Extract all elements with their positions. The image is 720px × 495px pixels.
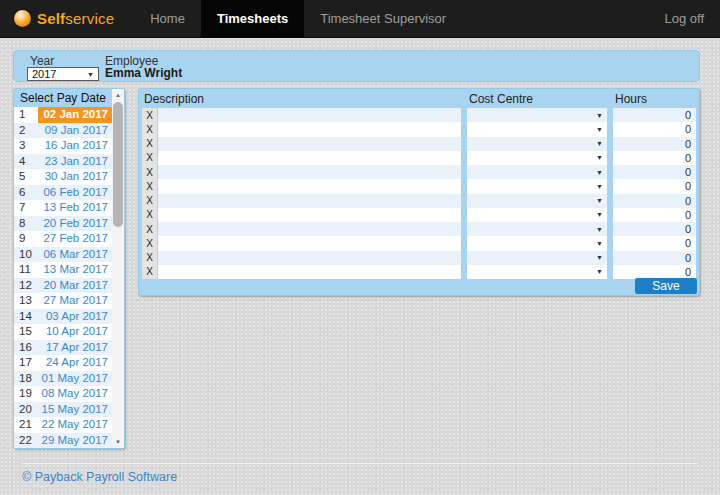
pay-date-link[interactable]: 08 May 2017 <box>38 386 112 402</box>
cost-centre-select[interactable]: ▼ <box>467 265 607 279</box>
footer-copyright: © Payback Payroll Software <box>22 470 177 484</box>
pay-date-link[interactable]: 20 Mar 2017 <box>38 278 112 294</box>
pay-date-link[interactable]: 02 Jan 2017 <box>38 107 112 123</box>
chevron-down-icon: ▼ <box>596 112 603 119</box>
delete-row-button[interactable]: X <box>142 122 157 136</box>
description-input[interactable] <box>158 137 461 151</box>
pay-date-link[interactable]: 23 Jan 2017 <box>38 154 112 170</box>
hours-input[interactable] <box>613 208 696 222</box>
pay-date-row: 1113 Mar 2017 <box>14 262 112 278</box>
delete-row-button[interactable]: X <box>142 108 157 122</box>
brand-link[interactable]: Selfservice <box>0 0 134 37</box>
delete-row-button[interactable]: X <box>142 165 157 179</box>
cost-centre-select[interactable]: ▼ <box>467 179 607 193</box>
delete-row-button[interactable]: X <box>142 137 157 151</box>
chevron-down-icon: ▼ <box>596 268 603 275</box>
hours-input[interactable] <box>613 179 696 193</box>
hours-input[interactable] <box>613 108 696 122</box>
description-column-header: Description <box>144 92 204 106</box>
description-input[interactable] <box>158 151 461 165</box>
description-input[interactable] <box>158 251 461 265</box>
delete-row-button[interactable]: X <box>142 208 157 222</box>
cost-centre-select[interactable]: ▼ <box>467 151 607 165</box>
cost-centre-select[interactable]: ▼ <box>467 208 607 222</box>
save-button[interactable]: Save <box>635 278 697 294</box>
pay-date-link[interactable]: 06 Feb 2017 <box>38 185 112 201</box>
hours-input[interactable] <box>613 165 696 179</box>
delete-row-button[interactable]: X <box>142 236 157 250</box>
hours-input[interactable] <box>613 194 696 208</box>
hours-input[interactable] <box>613 222 696 236</box>
description-input[interactable] <box>158 165 461 179</box>
scroll-up-icon[interactable]: ▲ <box>112 89 124 101</box>
description-input[interactable] <box>158 108 461 122</box>
pay-date-link[interactable]: 13 Feb 2017 <box>38 200 112 216</box>
cost-centre-select[interactable]: ▼ <box>467 122 607 136</box>
delete-row-button[interactable]: X <box>142 265 157 279</box>
pay-date-link[interactable]: 15 May 2017 <box>38 402 112 418</box>
hours-input[interactable] <box>613 265 696 279</box>
brand-title-bold: Self <box>37 10 65 27</box>
hours-input[interactable] <box>613 236 696 250</box>
hours-input[interactable] <box>613 151 696 165</box>
scroll-down-icon[interactable]: ▼ <box>112 436 124 448</box>
nav-item-timesheet-supervisor[interactable]: Timesheet Supervisor <box>304 0 462 37</box>
description-input[interactable] <box>158 179 461 193</box>
cost-centre-select[interactable]: ▼ <box>467 251 607 265</box>
pay-date-number: 16 <box>14 340 38 356</box>
pay-date-link[interactable]: 06 Mar 2017 <box>38 247 112 263</box>
pay-date-number: 7 <box>14 200 38 216</box>
pay-date-link[interactable]: 03 Apr 2017 <box>38 309 112 325</box>
delete-row-button[interactable]: X <box>142 222 157 236</box>
delete-row-button[interactable]: X <box>142 251 157 265</box>
cost-centre-select[interactable]: ▼ <box>467 194 607 208</box>
cost-centre-select[interactable]: ▼ <box>467 108 607 122</box>
pay-date-number: 21 <box>14 417 38 433</box>
hours-input[interactable] <box>613 122 696 136</box>
timesheet-row: X▼ <box>139 194 699 208</box>
year-select[interactable]: 2017 ▼ <box>27 67 99 81</box>
pay-date-link[interactable]: 27 Mar 2017 <box>38 293 112 309</box>
pay-date-number: 10 <box>14 247 38 263</box>
cost-centre-select[interactable]: ▼ <box>467 236 607 250</box>
pay-date-link[interactable]: 16 Jan 2017 <box>38 138 112 154</box>
delete-row-button[interactable]: X <box>142 179 157 193</box>
chevron-down-icon: ▼ <box>596 226 603 233</box>
pay-date-number: 19 <box>14 386 38 402</box>
pay-date-link[interactable]: 22 May 2017 <box>38 417 112 433</box>
payback-logo-icon <box>14 10 31 27</box>
pay-date-link[interactable]: 30 Jan 2017 <box>38 169 112 185</box>
pay-date-link[interactable]: 24 Apr 2017 <box>38 355 112 371</box>
log-off-button[interactable]: Log off <box>648 0 720 37</box>
timesheet-row: X▼ <box>139 265 699 279</box>
description-input[interactable] <box>158 194 461 208</box>
pay-date-row: 2122 May 2017 <box>14 417 112 433</box>
pay-date-link[interactable]: 29 May 2017 <box>38 433 112 449</box>
chevron-down-icon: ▼ <box>596 183 603 190</box>
delete-row-button[interactable]: X <box>142 194 157 208</box>
delete-row-button[interactable]: X <box>142 151 157 165</box>
description-input[interactable] <box>158 265 461 279</box>
description-input[interactable] <box>158 122 461 136</box>
hours-input[interactable] <box>613 251 696 265</box>
pay-date-scrollbar[interactable]: ▲ ▼ <box>112 89 124 448</box>
scrollbar-thumb[interactable] <box>113 102 123 227</box>
pay-date-link[interactable]: 17 Apr 2017 <box>38 340 112 356</box>
description-input[interactable] <box>158 222 461 236</box>
pay-date-link[interactable]: 01 May 2017 <box>38 371 112 387</box>
pay-date-number: 11 <box>14 262 38 278</box>
cost-centre-select[interactable]: ▼ <box>467 222 607 236</box>
pay-date-link[interactable]: 10 Apr 2017 <box>38 324 112 340</box>
description-input[interactable] <box>158 236 461 250</box>
cost-centre-select[interactable]: ▼ <box>467 137 607 151</box>
pay-date-link[interactable]: 13 Mar 2017 <box>38 262 112 278</box>
pay-date-link[interactable]: 27 Feb 2017 <box>38 231 112 247</box>
hours-input[interactable] <box>613 137 696 151</box>
pay-date-row: 316 Jan 2017 <box>14 138 112 154</box>
description-input[interactable] <box>158 208 461 222</box>
pay-date-link[interactable]: 09 Jan 2017 <box>38 123 112 139</box>
pay-date-link[interactable]: 20 Feb 2017 <box>38 216 112 232</box>
cost-centre-select[interactable]: ▼ <box>467 165 607 179</box>
nav-item-home[interactable]: Home <box>134 0 201 37</box>
nav-item-timesheets[interactable]: Timesheets <box>201 0 304 37</box>
